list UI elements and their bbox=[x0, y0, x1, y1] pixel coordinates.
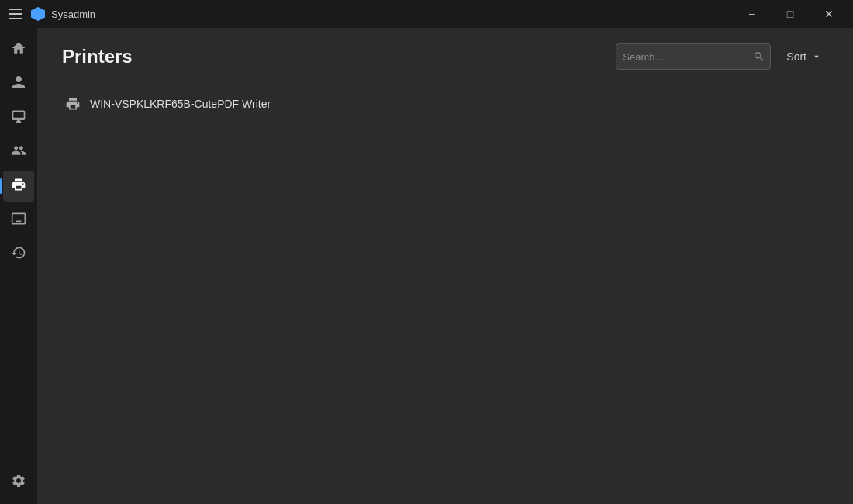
hamburger-menu-button[interactable] bbox=[9, 6, 25, 22]
clock-icon bbox=[11, 245, 26, 264]
printer-item-icon bbox=[65, 96, 81, 112]
close-button[interactable]: ✕ bbox=[811, 2, 847, 26]
header-actions: Sort bbox=[616, 43, 828, 70]
page-title: Printers bbox=[62, 46, 133, 67]
sort-button[interactable]: Sort bbox=[780, 47, 828, 66]
printer-list: WIN-VSPKLKRF65B-CutePDF Writer bbox=[37, 82, 853, 504]
search-box[interactable] bbox=[616, 43, 771, 70]
search-input[interactable] bbox=[623, 51, 753, 63]
titlebar: Sysadmin − □ ✕ bbox=[0, 0, 853, 28]
printer-list-item[interactable]: WIN-VSPKLKRF65B-CutePDF Writer bbox=[56, 88, 834, 119]
titlebar-left: Sysadmin bbox=[9, 6, 95, 22]
minimize-button[interactable]: − bbox=[734, 2, 769, 26]
sidebar-item-groups[interactable] bbox=[3, 136, 34, 167]
maximize-button[interactable]: □ bbox=[772, 2, 808, 26]
sidebar-item-settings[interactable] bbox=[3, 467, 34, 498]
chevron-down-icon bbox=[811, 51, 822, 62]
sidebar-item-computers[interactable] bbox=[3, 102, 34, 133]
printer-icon bbox=[11, 177, 26, 195]
gear-icon bbox=[11, 473, 26, 492]
home-icon bbox=[11, 40, 26, 59]
user-icon bbox=[11, 74, 26, 93]
sidebar-item-home[interactable] bbox=[3, 34, 34, 65]
sidebar-item-screens[interactable] bbox=[3, 205, 34, 236]
content-area: Printers Sort WIN-VSPKLKRF65 bbox=[37, 28, 853, 504]
screen-icon bbox=[11, 211, 26, 230]
main-layout: Printers Sort WIN-VSPKLKRF65 bbox=[0, 28, 853, 504]
search-icon bbox=[753, 50, 765, 63]
groups-icon bbox=[11, 143, 26, 161]
window-controls: − □ ✕ bbox=[734, 2, 847, 26]
content-header: Printers Sort bbox=[37, 28, 853, 82]
sidebar-item-printers[interactable] bbox=[3, 171, 34, 202]
sidebar-item-users[interactable] bbox=[3, 68, 34, 99]
app-logo-icon bbox=[31, 7, 45, 21]
sidebar-item-history[interactable] bbox=[3, 239, 34, 270]
monitor-icon bbox=[11, 109, 26, 127]
app-title: Sysadmin bbox=[51, 9, 95, 20]
sidebar bbox=[0, 28, 37, 504]
sort-label: Sort bbox=[786, 50, 806, 63]
printer-item-name: WIN-VSPKLKRF65B-CutePDF Writer bbox=[90, 98, 271, 110]
